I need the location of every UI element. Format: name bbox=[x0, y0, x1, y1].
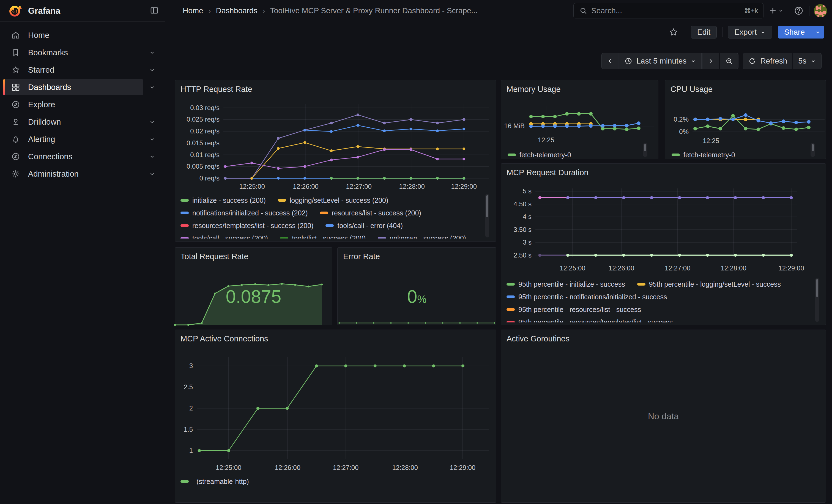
export-button[interactable]: Export bbox=[728, 26, 772, 38]
panel-title[interactable]: Active Goroutines bbox=[506, 334, 570, 343]
search-shortcut: ⌘+k bbox=[744, 7, 758, 15]
sidebar-item-starred[interactable]: Starred bbox=[3, 62, 143, 78]
legend-item[interactable]: 95th percentile - resources/templates/li… bbox=[506, 318, 673, 323]
chart-canvas[interactable] bbox=[197, 357, 489, 459]
legend-item[interactable]: fetch-telemetry-0 bbox=[508, 151, 571, 159]
chevron-down-icon[interactable] bbox=[149, 170, 156, 178]
legend-item[interactable]: resources/templates/list - success (200) bbox=[181, 222, 313, 230]
refresh-interval-dropdown[interactable]: 5s bbox=[793, 53, 822, 69]
search-input[interactable] bbox=[591, 6, 740, 15]
panel-title[interactable]: MCP Request Duration bbox=[506, 168, 589, 177]
edit-button[interactable]: Edit bbox=[691, 26, 717, 38]
panel-title[interactable]: Total Request Rate bbox=[181, 252, 249, 261]
refresh-button[interactable]: Refresh bbox=[743, 53, 792, 69]
legend-swatch-icon bbox=[278, 199, 286, 202]
panel-title[interactable]: CPU Usage bbox=[671, 85, 712, 94]
sidebar-item-drilldown[interactable]: Drilldown bbox=[3, 114, 143, 130]
chart-canvas[interactable] bbox=[536, 188, 797, 257]
avatar[interactable] bbox=[814, 4, 827, 17]
legend-item[interactable]: tools/call - success (200) bbox=[181, 234, 268, 239]
panel-title[interactable]: Memory Usage bbox=[506, 85, 561, 94]
new-dropdown-button[interactable] bbox=[768, 6, 784, 16]
divider bbox=[685, 27, 685, 37]
legend-item[interactable]: 95th percentile - notifications/initiali… bbox=[506, 293, 667, 301]
breadcrumb-separator-icon: › bbox=[262, 6, 265, 16]
dashboard-content: Last 5 minutes bbox=[165, 43, 832, 504]
chevron-down-icon[interactable] bbox=[149, 84, 156, 91]
panel-title[interactable]: Error Rate bbox=[343, 252, 380, 261]
x-axis-tick: 12:25:00 bbox=[239, 183, 265, 190]
legend-item[interactable]: unknown - success (200) bbox=[378, 234, 466, 239]
panel-http-request-rate: HTTP Request Rate 0.03 req/s0.025 req/s0… bbox=[175, 80, 496, 242]
x-axis-tick: 12:26:00 bbox=[275, 464, 301, 472]
chevron-down-icon[interactable] bbox=[149, 136, 156, 143]
chevron-down-icon[interactable] bbox=[149, 118, 156, 126]
y-axis-tick: 0.015 req/s bbox=[175, 139, 219, 147]
share-dropdown-button[interactable] bbox=[811, 26, 824, 38]
bell-icon bbox=[11, 135, 20, 144]
mcp-active-connections-chart[interactable]: 32.521.5112:25:0012:26:0012:27:0012:28:0… bbox=[175, 330, 496, 502]
grafana-logo-icon[interactable] bbox=[8, 4, 23, 18]
sidebar-item-administration[interactable]: Administration bbox=[3, 166, 143, 182]
refresh-icon bbox=[748, 57, 756, 65]
bookmark-icon bbox=[11, 48, 20, 57]
legend-scrollbar-thumb[interactable] bbox=[644, 144, 646, 151]
zoom-out-button[interactable] bbox=[720, 53, 738, 69]
connections-icon bbox=[11, 152, 20, 161]
breadcrumb-dashboards[interactable]: Dashboards bbox=[216, 6, 258, 15]
legend-item[interactable]: initialize - success (200) bbox=[181, 196, 266, 205]
legend-scrollbar-thumb[interactable] bbox=[816, 279, 818, 297]
legend-item[interactable]: resources/list - success (200) bbox=[320, 209, 421, 217]
search-box[interactable]: ⌘+k bbox=[573, 3, 764, 19]
panel-title[interactable]: MCP Active Connections bbox=[181, 334, 268, 343]
chart-canvas[interactable] bbox=[224, 104, 489, 178]
legend-item[interactable]: 95th percentile - resources/list - succe… bbox=[506, 306, 641, 314]
legend-scrollbar-thumb[interactable] bbox=[486, 195, 488, 217]
favorite-star-icon[interactable] bbox=[668, 26, 680, 38]
sidebar-item-dashboards[interactable]: Dashboards bbox=[3, 79, 143, 95]
x-axis-tick: 12:28:00 bbox=[399, 183, 424, 190]
chart-canvas[interactable] bbox=[528, 106, 654, 134]
legend-swatch-icon bbox=[181, 480, 189, 483]
breadcrumb-home[interactable]: Home bbox=[183, 6, 203, 15]
legend-item[interactable]: 95th percentile - logging/setLevel - suc… bbox=[637, 280, 781, 288]
legend-item[interactable]: fetch-telemetry-0 bbox=[672, 151, 735, 159]
chevron-down-icon bbox=[815, 29, 821, 35]
sidebar-item-home[interactable]: Home bbox=[3, 27, 143, 43]
sidebar-item-label: Administration bbox=[28, 169, 79, 179]
chart-canvas[interactable] bbox=[693, 106, 825, 135]
chevron-down-icon[interactable] bbox=[149, 153, 156, 160]
legend-label: initialize - success (200) bbox=[192, 196, 266, 205]
share-button[interactable]: Share bbox=[778, 26, 811, 38]
legend-item[interactable]: 95th percentile - initialize - success bbox=[506, 280, 625, 288]
y-axis-tick: 3 bbox=[175, 362, 193, 370]
sidebar-item-label: Dashboards bbox=[28, 83, 71, 92]
sidebar-item-explore[interactable]: Explore bbox=[3, 97, 143, 112]
sidebar-item-alerting[interactable]: Alerting bbox=[3, 131, 143, 147]
sidebar-item-bookmarks[interactable]: Bookmarks bbox=[3, 45, 143, 60]
panel-cpu-usage: CPU Usage 0.2%0%12:25fetch-telemetry-0 bbox=[665, 80, 826, 159]
chevron-down-icon[interactable] bbox=[149, 49, 156, 56]
time-range-picker[interactable]: Last 5 minutes bbox=[619, 53, 702, 69]
legend-item[interactable]: tools/call - error (404) bbox=[326, 222, 403, 230]
divider bbox=[722, 27, 723, 37]
http-request-rate-chart[interactable]: 0.03 req/s0.025 req/s0.02 req/s0.015 req… bbox=[175, 80, 496, 241]
time-back-button[interactable] bbox=[601, 53, 619, 69]
time-forward-button[interactable] bbox=[702, 53, 719, 69]
chart-legend: fetch-telemetry-0 bbox=[508, 149, 636, 161]
legend-scrollbar-thumb[interactable] bbox=[812, 144, 814, 151]
x-axis-tick: 12:27:00 bbox=[346, 183, 371, 190]
panel-title[interactable]: HTTP Request Rate bbox=[181, 85, 252, 94]
chart-canvas[interactable] bbox=[338, 320, 496, 323]
legend-item[interactable]: - (streamable-http) bbox=[181, 478, 249, 485]
sidebar-collapse-icon[interactable] bbox=[150, 6, 160, 16]
chevron-down-icon[interactable] bbox=[149, 66, 156, 74]
mcp-request-duration-chart[interactable]: 5 s4.50 s4 s3.50 s3 s2.50 s12:25:0012:26… bbox=[501, 164, 826, 325]
legend-label: tools/call - error (404) bbox=[337, 222, 403, 230]
help-icon[interactable] bbox=[792, 5, 805, 17]
sidebar-item-connections[interactable]: Connections bbox=[3, 149, 143, 164]
legend-item[interactable]: tools/list - success (200) bbox=[280, 234, 366, 239]
share-button-label: Share bbox=[784, 28, 805, 36]
legend-item[interactable]: notifications/initialized - success (202… bbox=[181, 209, 308, 217]
legend-item[interactable]: logging/setLevel - success (200) bbox=[278, 196, 389, 205]
